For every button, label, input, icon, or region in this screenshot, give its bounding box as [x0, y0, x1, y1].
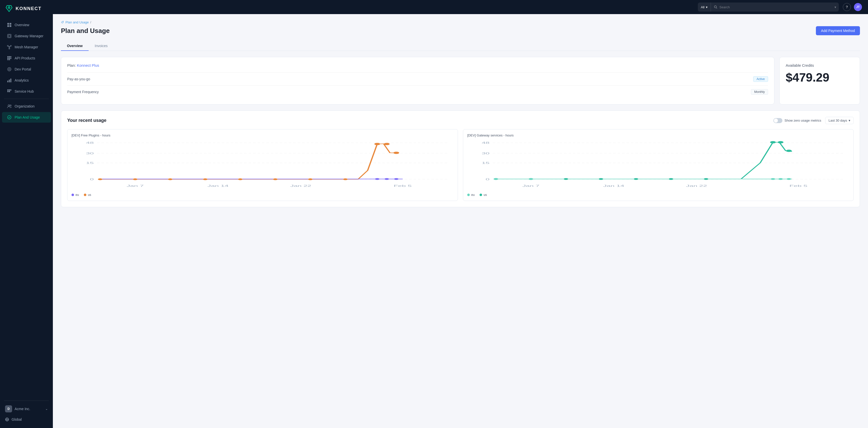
svg-point-53 — [98, 179, 102, 180]
chart-free-plugins-title: [DEV] Free Plugins - hours — [71, 133, 454, 137]
legend-eu-gateway-label: eu — [471, 193, 474, 196]
page-header: Plan and Usage Add Payment Method — [61, 26, 860, 35]
header: All ▾ ▾ ? JT — [53, 0, 868, 14]
svg-point-83 — [634, 178, 639, 180]
sidebar-item-mesh-manager[interactable]: Mesh Manager — [2, 42, 51, 52]
svg-rect-27 — [10, 79, 11, 82]
svg-rect-30 — [10, 89, 11, 91]
sidebar-item-api-products[interactable]: API Products — [2, 53, 51, 63]
portal-icon — [7, 67, 11, 71]
toggle-wrap: Show zero usage metrics — [773, 118, 821, 123]
legend-eu-dot — [71, 193, 74, 196]
sidebar-item-overview[interactable]: Overview — [2, 20, 51, 30]
sidebar: KONNECT Overview Gateway Manager Mesh Ma… — [0, 0, 53, 428]
pay-label: Pay-as-you-go — [67, 77, 90, 81]
svg-text:Jan 22: Jan 22 — [290, 184, 311, 187]
svg-rect-15 — [7, 56, 8, 57]
svg-rect-22 — [9, 59, 10, 60]
share-icon — [7, 45, 11, 49]
svg-rect-18 — [7, 58, 8, 59]
sidebar-item-organization[interactable]: Organization — [2, 101, 51, 112]
svg-text:Feb 5: Feb 5 — [394, 184, 412, 187]
breadcrumb-separator: / — [90, 21, 91, 24]
global-label: Global — [11, 418, 22, 422]
svg-point-24 — [8, 68, 10, 70]
users-icon — [7, 104, 11, 109]
sidebar-divider — [4, 99, 49, 99]
svg-rect-26 — [9, 80, 10, 82]
plan-card-title: Plan: Konnect Plus — [67, 63, 768, 67]
legend-eu-label: eu — [75, 193, 79, 196]
logo[interactable]: KONNECT — [0, 0, 53, 17]
legend-us-gateway-dot — [479, 193, 482, 196]
sidebar-item-gateway-manager[interactable]: Gateway Manager — [2, 31, 51, 41]
svg-point-65 — [384, 178, 389, 180]
tab-overview[interactable]: Overview — [61, 41, 89, 51]
usage-header: Your recent usage Show zero usage metric… — [67, 117, 854, 124]
svg-line-40 — [716, 7, 717, 8]
legend-us-gateway-label: us — [484, 193, 487, 196]
active-badge: Active — [753, 76, 768, 82]
hub-icon — [7, 89, 11, 94]
org-selector[interactable]: D Acme Inc. ⌄ — [0, 403, 53, 415]
credits-title: Available Credits — [786, 63, 854, 67]
svg-rect-6 — [7, 34, 11, 38]
svg-rect-2 — [7, 23, 9, 25]
svg-text:Jan 14: Jan 14 — [603, 184, 624, 187]
legend-eu-plugins: eu — [71, 193, 79, 196]
usage-section: Your recent usage Show zero usage metric… — [61, 111, 860, 207]
svg-point-39 — [714, 6, 717, 8]
breadcrumb: ↺ Plan and Usage / — [61, 20, 860, 24]
svg-rect-3 — [9, 23, 11, 25]
svg-point-87 — [778, 141, 783, 144]
legend-eu-gateway-dot — [467, 193, 470, 196]
search-input[interactable] — [719, 5, 832, 9]
search-filter-dropdown[interactable]: All ▾ — [698, 2, 711, 11]
svg-point-90 — [529, 178, 533, 180]
svg-point-82 — [599, 178, 603, 180]
global-selector[interactable]: Global — [0, 415, 53, 424]
search-bar: All ▾ ▾ — [698, 2, 839, 11]
svg-rect-25 — [7, 81, 8, 82]
plan-row-frequency: Payment Frequency Monthly — [67, 85, 768, 98]
svg-point-23 — [7, 67, 11, 71]
svg-point-62 — [384, 143, 390, 145]
svg-text:15: 15 — [482, 161, 490, 164]
add-payment-button[interactable]: Add Payment Method — [816, 26, 860, 35]
period-select[interactable]: Last 30 days ▾ — [825, 117, 854, 124]
tab-invoices[interactable]: Invoices — [89, 41, 114, 51]
svg-text:30: 30 — [86, 152, 94, 155]
breadcrumb-link[interactable]: Plan and Usage — [65, 21, 89, 24]
usage-controls: Show zero usage metrics Last 30 days ▾ — [773, 117, 854, 124]
sidebar-item-overview-label: Overview — [14, 23, 29, 27]
zero-metrics-toggle[interactable] — [773, 118, 782, 123]
chart-free-plugins-svg: 48 30 15 0 Jan 7 Jan 14 Jan 22 Feb 5 — [71, 140, 454, 191]
chart-gateway-legend: eu us — [467, 193, 849, 196]
svg-line-12 — [8, 46, 9, 47]
plan-name-link[interactable]: Konnect Plus — [77, 63, 99, 67]
org-avatar: D — [5, 405, 12, 412]
chart-free-plugins-area: 48 30 15 0 Jan 7 Jan 14 Jan 22 Feb 5 — [71, 140, 454, 191]
sidebar-item-plan-and-usage[interactable]: Plan And Usage — [2, 112, 51, 123]
box-icon — [7, 34, 11, 38]
chart-free-plugins: [DEV] Free Plugins - hours 48 30 15 — [67, 129, 458, 201]
sidebar-item-service-hub[interactable]: Service Hub — [2, 86, 51, 97]
svg-rect-17 — [10, 56, 11, 57]
sidebar-item-dev-portal[interactable]: Dev Portal — [2, 64, 51, 74]
svg-text:Jan 7: Jan 7 — [127, 184, 144, 187]
search-expand-icon[interactable]: ▾ — [835, 5, 839, 9]
sidebar-item-gateway-manager-label: Gateway Manager — [14, 34, 43, 38]
svg-rect-29 — [9, 89, 10, 91]
period-chevron-icon: ▾ — [848, 119, 850, 122]
svg-point-60 — [343, 179, 348, 180]
svg-text:30: 30 — [482, 152, 490, 155]
user-avatar[interactable]: JT — [854, 3, 862, 11]
globe-icon — [5, 418, 9, 422]
svg-rect-5 — [9, 25, 11, 27]
org-name: Acme Inc. — [14, 407, 30, 411]
svg-rect-20 — [10, 58, 11, 59]
help-button[interactable]: ? — [843, 3, 851, 11]
sidebar-item-analytics[interactable]: Analytics — [2, 75, 51, 86]
sidebar-item-plan-label: Plan And Usage — [14, 115, 40, 119]
search-input-area — [711, 5, 835, 9]
